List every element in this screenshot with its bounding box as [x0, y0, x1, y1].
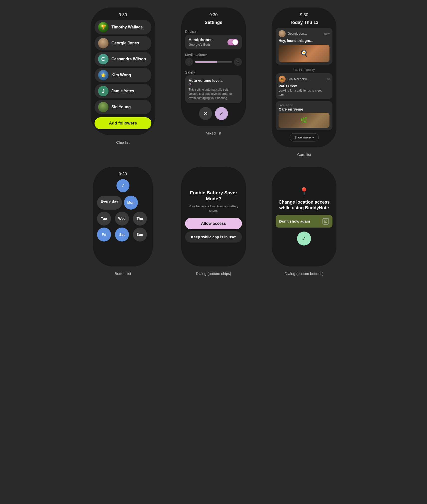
- avatar-cassandra: C: [98, 54, 108, 64]
- page-container: 9:30 🏆 Timothy Wallace Georgie Jones C: [81, 7, 346, 276]
- dialog-buttons-label: Dialog (bottom buttons): [285, 271, 323, 276]
- volume-row: − +: [185, 58, 242, 66]
- day-wed-button[interactable]: Wed: [115, 212, 129, 226]
- mixed-list-label: Mixed list: [206, 131, 221, 135]
- volume-increase-button[interactable]: +: [234, 58, 242, 66]
- dialog-chips-watch: Enable Battery Saver Mode? Your battery …: [181, 167, 246, 266]
- notif-time-billy: 1d: [326, 78, 329, 81]
- day-thu-button[interactable]: Thu: [133, 212, 147, 226]
- date-separator: Fri, 14 February: [294, 68, 315, 72]
- notif-card-georgie[interactable]: Georgie Jon… Now Hey, found this gre… 🍳: [276, 28, 332, 65]
- add-followers-button[interactable]: Add followers: [95, 117, 151, 129]
- chip-item-timothy[interactable]: 🏆 Timothy Wallace: [95, 20, 151, 34]
- avatar-sid: [98, 102, 108, 112]
- headphones-toggle[interactable]: [227, 39, 238, 45]
- day-every-mon-grid: Every day Mon: [97, 196, 149, 210]
- everyday-button[interactable]: Every day: [97, 196, 122, 210]
- chip-item-jamie[interactable]: J Jamie Yates: [95, 84, 151, 98]
- location-image: 🌿: [279, 113, 329, 128]
- headphones-row[interactable]: Headphones Georgie's Buds: [185, 35, 242, 49]
- chip-name-cassandra: Cassandra Wilson: [111, 57, 146, 61]
- show-more-label: Show more: [294, 135, 311, 139]
- avatar-georgie: [98, 38, 108, 48]
- day-week-grid: Tue Wed Thu Fri Sat Sun: [97, 212, 149, 242]
- day-sun-button[interactable]: Sun: [133, 228, 147, 242]
- device-sub: Georgie's Buds: [189, 43, 213, 46]
- button-list-col: 9:30 ✓ Every day Mon Tue Wed Thu Fri Sat…: [81, 167, 164, 276]
- location-pin-icon: 📍: [299, 187, 309, 196]
- location-label: Location pin: [279, 104, 329, 107]
- date-today: Today Thu 13: [290, 20, 319, 25]
- notif-title-georgie: Hey, found this gre…: [279, 39, 329, 43]
- button-list-label: Button list: [115, 271, 131, 276]
- chip-item-cassandra[interactable]: C Cassandra Wilson: [95, 52, 151, 66]
- day-fri-button[interactable]: Fri: [97, 228, 111, 242]
- dialog-chips-body: Your battery is low. Turn on battery sav…: [185, 204, 242, 213]
- notif-name-billy: Billy Moenekw…: [288, 77, 324, 81]
- day-tue-button[interactable]: Tue: [97, 212, 111, 226]
- allow-access-button[interactable]: Allow access: [185, 218, 242, 229]
- dialog-confirm-button[interactable]: ✓: [297, 232, 311, 246]
- notif-avatar-georgie: [279, 30, 286, 37]
- auto-volume-card: Auto volume levels On This setting autom…: [185, 75, 242, 103]
- dont-show-checkbox[interactable]: ☑: [322, 218, 329, 225]
- card-list-label: Card list: [297, 152, 311, 157]
- card-list-col: 9:30 Today Thu 13 Georgie Jon… Now Hey, …: [263, 7, 346, 157]
- chip-item-georgie[interactable]: Georgie Jones: [95, 36, 151, 50]
- notif-avatar-billy: 🧑: [279, 76, 286, 83]
- chip-name-sid: Sid Young: [111, 105, 131, 109]
- mixed-list-col: 9:30 Settings Devices Headphones Georgie…: [172, 7, 255, 157]
- keep-while-in-use-button[interactable]: Keep 'while app is in use': [185, 231, 242, 243]
- volume-slider-track[interactable]: [195, 61, 232, 63]
- chip-list-watch: 9:30 🏆 Timothy Wallace Georgie Jones C: [91, 7, 155, 135]
- notif-body-billy: Looking for a café for us to meet tom…: [279, 89, 329, 97]
- show-more-button[interactable]: Show more ▾: [290, 133, 319, 141]
- dont-show-again-row[interactable]: Don't show again ☑: [276, 215, 332, 228]
- chip-item-kim[interactable]: ⭐ Kim Wong: [95, 68, 151, 82]
- notif-time-georgie: Now: [324, 32, 329, 35]
- confirm-button[interactable]: ✓: [215, 107, 228, 120]
- section-safety: Safety: [185, 70, 242, 74]
- chip-list-time: 9:30: [119, 12, 127, 17]
- button-list-time: 9:30: [119, 172, 127, 177]
- avatar-timothy: 🏆: [98, 22, 108, 32]
- avatar-kim: ⭐: [98, 70, 108, 80]
- volume-slider-fill: [195, 61, 217, 63]
- dialog-buttons-watch: 📍 Change location access while using Bud…: [272, 167, 336, 266]
- chevron-down-icon: ▾: [312, 135, 314, 139]
- check-button[interactable]: ✓: [116, 179, 129, 192]
- card-list-time: 9:30: [300, 12, 308, 17]
- section-media: Media volume: [185, 53, 242, 57]
- volume-decrease-button[interactable]: −: [185, 58, 193, 66]
- chip-name-timothy: Timothy Wallace: [111, 25, 143, 29]
- chip-item-sid[interactable]: Sid Young: [95, 100, 151, 114]
- chip-name-kim: Kim Wong: [111, 73, 131, 77]
- auto-vol-title: Auto volume levels: [189, 78, 238, 83]
- dont-show-again-label: Don't show again: [279, 219, 310, 224]
- section-devices: Devices: [185, 30, 242, 34]
- location-name: Café en Seine: [279, 107, 329, 111]
- card-list-watch: 9:30 Today Thu 13 Georgie Jon… Now Hey, …: [272, 7, 336, 147]
- chip-list-label: Chip list: [116, 140, 129, 144]
- mixed-list-time: 9:30: [209, 12, 217, 17]
- notif-title-billy: Paris Crew: [279, 84, 329, 88]
- dialog-buttons-col: 📍 Change location access while using Bud…: [263, 167, 346, 276]
- mixed-list-watch: 9:30 Settings Devices Headphones Georgie…: [181, 7, 246, 126]
- chip-list-container: 🏆 Timothy Wallace Georgie Jones C Cassan…: [95, 20, 151, 129]
- day-sat-button[interactable]: Sat: [115, 228, 129, 242]
- day-mon-button[interactable]: Mon: [124, 196, 138, 210]
- chip-name-georgie: Georgie Jones: [111, 41, 139, 45]
- notif-name-georgie: Georgie Jon…: [288, 32, 322, 35]
- settings-buttons-row: ✕ ✓: [185, 107, 242, 120]
- notif-image-food: 🍳: [279, 45, 329, 62]
- chip-name-jamie: Jamie Yates: [111, 89, 134, 93]
- dialog-chips-title: Enable Battery Saver Mode?: [185, 190, 242, 202]
- chip-list-col: 9:30 🏆 Timothy Wallace Georgie Jones C: [81, 7, 164, 157]
- cancel-button[interactable]: ✕: [199, 107, 212, 120]
- notif-card-billy[interactable]: 🧑 Billy Moenekw… 1d Paris Crew Looking f…: [276, 73, 332, 99]
- check-icon: ✓: [121, 182, 125, 189]
- button-list-watch: 9:30 ✓ Every day Mon Tue Wed Thu Fri Sat…: [93, 167, 153, 266]
- dialog-loc-title: Change location access while using Buddy…: [276, 199, 332, 211]
- location-card[interactable]: Location pin Café en Seine 🌿: [276, 101, 332, 130]
- avatar-jamie: J: [98, 86, 108, 96]
